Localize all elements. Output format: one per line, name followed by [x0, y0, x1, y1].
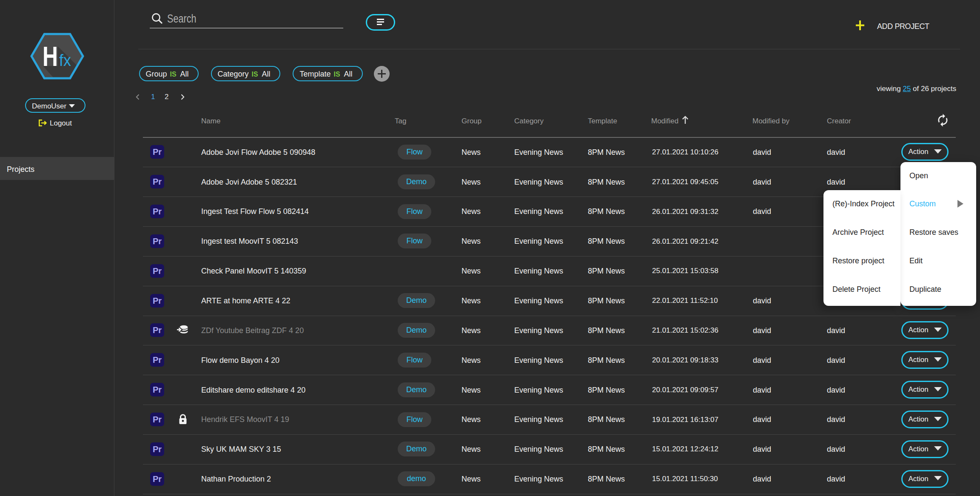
svg-text:H: H	[43, 41, 58, 72]
svg-text:fx: fx	[59, 51, 71, 69]
